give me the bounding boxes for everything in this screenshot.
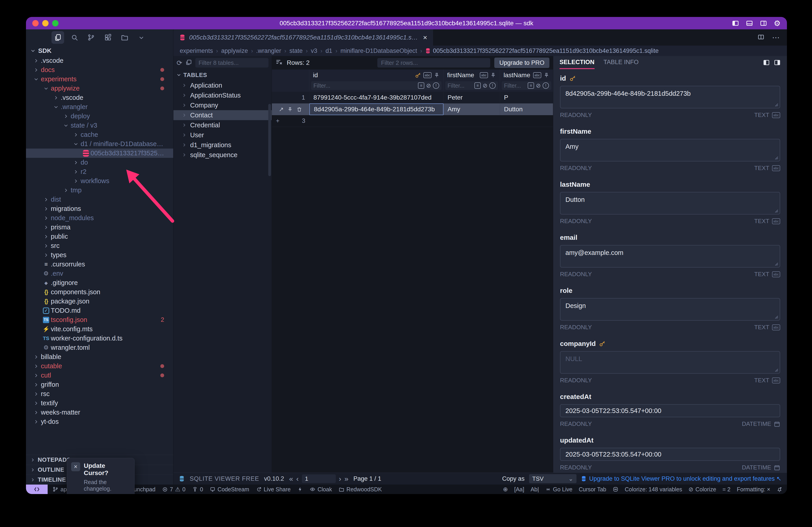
minimize-window-button[interactable]: [42, 20, 48, 26]
breadcrumb-item[interactable]: v3: [311, 47, 318, 55]
word-wrap-item[interactable]: Ab|: [531, 486, 539, 493]
filter-rows-input[interactable]: Filter 2 rows...: [377, 58, 490, 68]
column-filter-input-firstname[interactable]: Filter... ≡ ⊘ !: [445, 81, 498, 90]
breadcrumb-item[interactable]: .wrangler: [256, 47, 281, 55]
file-tree-item[interactable]: .vscode: [26, 93, 173, 102]
table-list-item[interactable]: User: [173, 130, 272, 140]
resize-handle-icon[interactable]: [774, 156, 778, 160]
prev-page-icon[interactable]: ‹: [296, 474, 299, 483]
settings-gear-icon[interactable]: ⚙: [774, 19, 781, 28]
file-tree-item[interactable]: TODO.md: [26, 306, 173, 315]
toggle-panel-icon[interactable]: [746, 20, 753, 27]
chevron-down-icon[interactable]: [135, 31, 148, 44]
folder-icon[interactable]: [118, 31, 131, 44]
add-row-plus-icon[interactable]: +: [276, 117, 279, 125]
file-tree-item[interactable]: billable: [26, 352, 173, 362]
table-list-item[interactable]: d1_migrations: [173, 140, 272, 150]
filter-invert-icon[interactable]: !: [433, 83, 439, 89]
file-tree-item[interactable]: .wrangler: [26, 102, 173, 112]
redwoodsdk-item[interactable]: RedwoodSDK: [339, 486, 382, 493]
next-page-icon[interactable]: ›: [339, 474, 342, 483]
codestream-item[interactable]: CodeStream: [210, 486, 249, 493]
last-page-icon[interactable]: »: [344, 474, 348, 483]
grid-row-2-selected[interactable]: ↗ 8d42905a-299b-464e-849b-2181d5dd273b A…: [272, 103, 553, 115]
explorer-icon[interactable]: [52, 31, 64, 44]
add-row[interactable]: + 3: [272, 115, 553, 127]
layout-left-icon[interactable]: [763, 59, 770, 66]
file-tree-item[interactable]: types: [26, 250, 173, 260]
filter-invert-icon[interactable]: !: [542, 83, 549, 89]
file-tree-item[interactable]: yt-dos: [26, 417, 173, 426]
filter-tables-input[interactable]: Filter 8 tables...: [195, 58, 269, 68]
resize-handle-icon[interactable]: [774, 262, 778, 266]
file-tree-item[interactable]: node_modules: [26, 214, 173, 223]
file-tree-item[interactable]: workflows: [26, 176, 173, 186]
upgrade-to-pro-button[interactable]: Upgrade to PRO: [494, 58, 549, 68]
field-value-box[interactable]: 8d42905a-299b-464e-849b-2181d5dd273b: [560, 86, 780, 108]
lightning-icon[interactable]: [298, 487, 303, 492]
table-list-item[interactable]: ApplicationStatus: [173, 90, 272, 100]
file-tree-item[interactable]: experiments: [26, 74, 173, 84]
file-tree-item[interactable]: griffon: [26, 380, 173, 389]
table-list-item[interactable]: Contact: [173, 110, 272, 120]
tables-section-header[interactable]: TABLES: [173, 70, 272, 80]
file-tree-item[interactable]: rsc: [26, 389, 173, 398]
toast-body[interactable]: Read the changelog.: [84, 479, 130, 492]
file-tree-item[interactable]: weeks-matter: [26, 408, 173, 417]
colorize-variables-item[interactable]: Colorize: 148 variables: [625, 486, 682, 493]
ports-item[interactable]: 0: [192, 486, 203, 493]
extensions-icon[interactable]: [102, 31, 114, 44]
file-tree-item[interactable]: worker-configuration.d.ts: [26, 334, 173, 343]
filter-match-icon[interactable]: ≡: [418, 83, 424, 89]
delete-row-icon[interactable]: [296, 106, 302, 112]
breadcrumb-item[interactable]: applywize: [221, 47, 248, 55]
column-header-firstname[interactable]: firstName abc: [444, 70, 500, 81]
table-list-item[interactable]: sqlite_sequence: [173, 150, 272, 160]
pin-column-icon[interactable]: [434, 72, 440, 78]
colorize-item[interactable]: ⊘ Colorize: [688, 486, 716, 493]
file-tree-item[interactable]: applywize: [26, 84, 173, 93]
pin-row-icon[interactable]: [287, 106, 293, 112]
breadcrumb-item[interactable]: experiments: [180, 47, 213, 55]
file-tree-item[interactable]: public: [26, 232, 173, 241]
filter-null-icon[interactable]: ⊘: [426, 82, 431, 89]
breadcrumb-item[interactable]: state: [289, 47, 303, 55]
resize-handle-icon[interactable]: [774, 315, 778, 319]
remote-indicator[interactable]: [26, 485, 48, 494]
open-row-icon[interactable]: ↗: [279, 106, 284, 113]
match-case-item[interactable]: [Aa]: [514, 486, 524, 493]
filter-null-icon[interactable]: ⊘: [536, 82, 541, 89]
file-tree-item[interactable]: vite.config.mts: [26, 324, 173, 334]
file-tree-item[interactable]: 005cb3d3133217f352562272...: [26, 149, 173, 158]
first-page-icon[interactable]: «: [289, 474, 293, 483]
field-value-box[interactable]: Dutton: [560, 192, 780, 215]
field-value-box[interactable]: 2025-03-05T22:53:05.547+00:00: [560, 448, 780, 461]
split-editor-icon[interactable]: [757, 34, 764, 41]
column-filter-input-id[interactable]: Filter... ≡ ⊘ !: [311, 81, 441, 90]
formatting-item[interactable]: Formatting: ×: [737, 486, 770, 493]
breadcrumb-item[interactable]: miniflare-D1DatabaseObject: [340, 47, 417, 55]
file-tree-item[interactable]: .vscode: [26, 56, 173, 65]
toast-close-icon[interactable]: ×: [71, 462, 80, 471]
notifications-bell-icon[interactable]: [777, 486, 782, 492]
layout-right-icon[interactable]: [774, 59, 781, 66]
upgrade-pro-link[interactable]: Upgrade to SQLite Viewer PRO to unlock e…: [581, 475, 782, 482]
file-tree-item[interactable]: prisma: [26, 223, 173, 232]
field-value-box[interactable]: Design: [560, 298, 780, 321]
file-tree-item[interactable]: do: [26, 158, 173, 167]
table-list-item[interactable]: Company: [173, 100, 272, 110]
source-control-icon[interactable]: [85, 31, 98, 44]
resize-handle-icon[interactable]: [774, 368, 778, 372]
table-list-item[interactable]: Credential: [173, 120, 272, 130]
filter-match-icon[interactable]: ≡: [528, 83, 534, 89]
selection-mode-icon[interactable]: ⊕: [503, 486, 508, 493]
table-list-item[interactable]: Application: [173, 80, 272, 90]
breadcrumb-current-file[interactable]: 005cb3d3133217f352562272facf516778925ea1…: [425, 47, 658, 55]
toggle-right-sidebar-icon[interactable]: [760, 20, 767, 27]
page-number-input[interactable]: 1: [302, 474, 336, 483]
grid-row-1[interactable]: 1 87991240-5ccc-4fa7-914e-39b287107ded P…: [272, 92, 553, 103]
search-icon[interactable]: [68, 31, 81, 44]
file-tree-item[interactable]: cutl: [26, 371, 173, 380]
file-tree-item[interactable]: cutable: [26, 362, 173, 371]
field-value-box[interactable]: 2025-03-05T22:53:05.547+00:00: [560, 404, 780, 417]
